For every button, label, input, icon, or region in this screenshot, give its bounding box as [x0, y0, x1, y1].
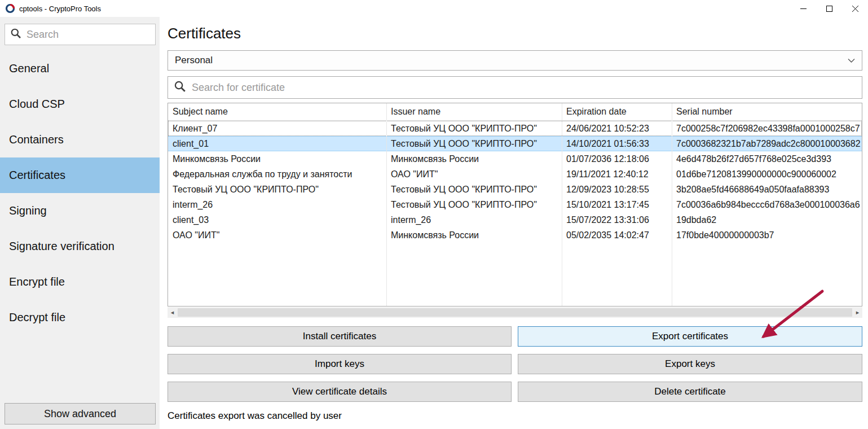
scroll-left-icon[interactable]: ◂ [168, 307, 177, 318]
sidebar-item-containers[interactable]: Containers [0, 122, 160, 157]
app-logo-icon [5, 3, 15, 14]
cell-subject: Тестовый УЦ ООО "КРИПТО-ПРО" [168, 182, 386, 197]
action-buttons: Install certificates Export certificates… [168, 326, 862, 402]
cell-issuer: Тестовый УЦ ООО "КРИПТО-ПРО" [386, 197, 562, 212]
certificate-table: Subject name Issuer name Expiration date… [168, 103, 862, 307]
cell-expiration: 24/06/2021 10:52:23 [562, 121, 672, 136]
maximize-button[interactable] [816, 0, 842, 17]
cell-serial: 3b208ae5fd46688649a050faafa88393 [672, 182, 862, 197]
sidebar-item-general[interactable]: General [0, 51, 160, 86]
cell-subject: Минкомсвязь России [168, 151, 386, 167]
scroll-right-icon[interactable]: ▸ [853, 307, 862, 318]
column-header-expiration[interactable]: Expiration date [562, 103, 672, 120]
sidebar-item-certificates[interactable]: Certificates [0, 157, 160, 193]
certificate-search[interactable] [168, 76, 862, 99]
column-header-serial[interactable]: Serial number [672, 103, 862, 120]
cell-expiration: 01/07/2036 12:18:06 [562, 151, 672, 167]
sidebar-item-cloud-csp[interactable]: Cloud CSP [0, 86, 160, 122]
scrollbar-thumb[interactable] [178, 308, 852, 317]
search-icon [174, 80, 186, 95]
sidebar: General Cloud CSP Containers Certificate… [0, 17, 160, 429]
close-button[interactable] [842, 0, 868, 17]
cell-subject: ОАО "ИИТ" [168, 227, 386, 243]
titlebar: cptools - CryptoPro Tools [0, 0, 868, 17]
search-icon [10, 28, 21, 41]
sidebar-item-signature-verification[interactable]: Signature verification [0, 229, 160, 264]
cell-serial: 4e6d478b26f27d657f768e025ce3d393 [672, 151, 862, 167]
cell-issuer: Минкомсвязь России [386, 151, 562, 167]
delete-certificate-button[interactable]: Delete certificate [518, 382, 862, 402]
cell-issuer: ОАО "ИИТ" [386, 167, 562, 182]
export-certificates-button[interactable]: Export certificates [518, 326, 862, 347]
sidebar-search-input[interactable] [27, 29, 157, 41]
main-panel: Certificates Personal Subject name Issue… [160, 17, 868, 429]
cell-serial: 7c0003682321b7ab7289adc2c800010003682 [672, 136, 862, 151]
cell-expiration: 15/07/2022 13:31:06 [562, 212, 672, 227]
cell-serial: 01d6be7120813990000000c900060002 [672, 167, 862, 182]
table-row[interactable]: client_01Тестовый УЦ ООО "КРИПТО-ПРО"14/… [168, 136, 862, 151]
cell-expiration: 14/10/2021 01:56:33 [562, 136, 672, 151]
table-row[interactable]: Минкомсвязь РоссииМинкомсвязь России01/0… [168, 151, 862, 167]
horizontal-scrollbar[interactable]: ◂ ▸ [168, 307, 862, 318]
sidebar-search[interactable] [5, 24, 156, 45]
cell-issuer: Тестовый УЦ ООО "КРИПТО-ПРО" [386, 136, 562, 151]
status-text: Certificates export was cancelled by use… [168, 410, 342, 422]
cell-expiration: 19/11/2021 12:40:12 [562, 167, 672, 182]
column-header-subject[interactable]: Subject name [168, 103, 386, 120]
table-row[interactable]: Федеральная служба по труду и занятостиО… [168, 167, 862, 182]
cell-subject: client_01 [168, 136, 386, 151]
column-header-issuer[interactable]: Issuer name [386, 103, 562, 120]
cell-expiration: 12/09/2023 10:28:55 [562, 182, 672, 197]
cell-issuer: interm_26 [386, 212, 562, 227]
export-keys-button[interactable]: Export keys [518, 354, 862, 374]
cell-issuer: Тестовый УЦ ООО "КРИПТО-ПРО" [386, 121, 562, 136]
cell-serial: 7c000258c7f206982ec43398fa0001000258c7 [672, 121, 862, 136]
cell-issuer: Минкомсвязь России [386, 227, 562, 243]
import-keys-button[interactable]: Import keys [168, 354, 512, 374]
cell-issuer: Тестовый УЦ ООО "КРИПТО-ПРО" [386, 182, 562, 197]
table-row[interactable]: Клиент_07Тестовый УЦ ООО "КРИПТО-ПРО"24/… [168, 121, 862, 136]
cell-subject: interm_26 [168, 197, 386, 212]
cell-expiration: 05/02/2035 14:02:47 [562, 227, 672, 243]
cell-subject: client_03 [168, 212, 386, 227]
show-advanced-button[interactable]: Show advanced [5, 403, 156, 424]
page-title: Certificates [168, 25, 241, 42]
chevron-down-icon [848, 58, 855, 63]
install-certificates-button[interactable]: Install certificates [168, 326, 512, 347]
sidebar-nav: General Cloud CSP Containers Certificate… [0, 51, 160, 335]
cell-subject: Клиент_07 [168, 121, 386, 136]
window-controls [790, 0, 868, 17]
sidebar-item-signing[interactable]: Signing [0, 193, 160, 229]
minimize-button[interactable] [790, 0, 816, 17]
sidebar-item-encrypt-file[interactable]: Encrypt file [0, 264, 160, 300]
cell-subject: Федеральная служба по труду и занятости [168, 167, 386, 182]
cell-serial: 7c00036a6b984beccc6d768a3e000100036a6 [672, 197, 862, 212]
store-dropdown-value: Personal [175, 55, 213, 66]
table-row[interactable]: ОАО "ИИТ"Минкомсвязь России05/02/2035 14… [168, 227, 862, 243]
sidebar-item-decrypt-file[interactable]: Decrypt file [0, 300, 160, 335]
cell-expiration: 15/10/2021 13:17:45 [562, 197, 672, 212]
certificate-table-body: Клиент_07Тестовый УЦ ООО "КРИПТО-ПРО"24/… [168, 121, 862, 243]
table-row[interactable]: interm_26Тестовый УЦ ООО "КРИПТО-ПРО"15/… [168, 197, 862, 212]
view-certificate-details-button[interactable]: View certificate details [168, 382, 512, 402]
table-row[interactable]: Тестовый УЦ ООО "КРИПТО-ПРО"Тестовый УЦ … [168, 182, 862, 197]
table-header: Subject name Issuer name Expiration date… [168, 103, 862, 121]
store-dropdown[interactable]: Personal [168, 50, 862, 71]
cell-serial: 19dbda62 [672, 212, 862, 227]
window-title: cptools - CryptoPro Tools [19, 5, 101, 13]
certificate-search-input[interactable] [192, 82, 856, 94]
cell-serial: 17f0bde40000000003b7 [672, 227, 862, 243]
table-row[interactable]: client_03interm_2615/07/2022 13:31:0619d… [168, 212, 862, 227]
